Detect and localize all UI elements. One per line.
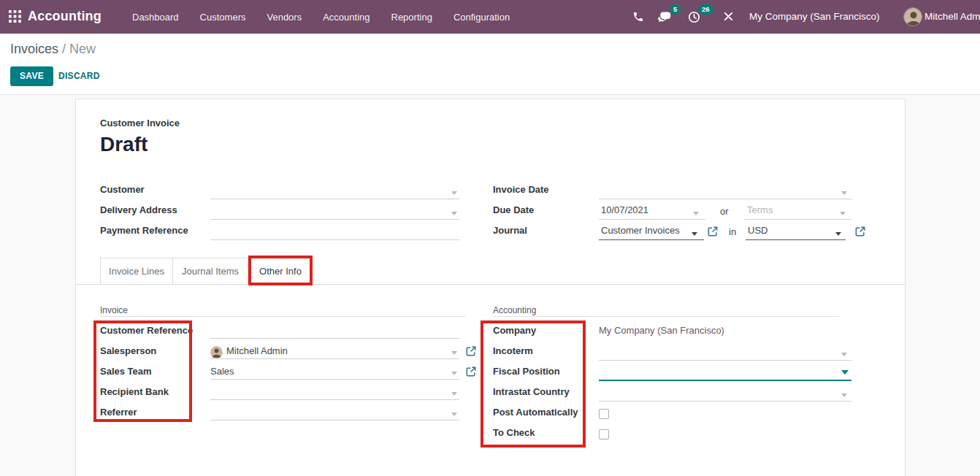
delivery-address-dropdown-caret-icon[interactable] — [451, 212, 457, 215]
delivery-address-label: Delivery Address — [100, 204, 177, 216]
journal-external-link-icon[interactable] — [708, 226, 718, 239]
referrer-caret-icon[interactable] — [451, 412, 457, 416]
journal-caret-icon[interactable] — [692, 232, 697, 236]
fiscal-position-label: Fiscal Position — [493, 366, 560, 377]
company-label: Company — [493, 325, 536, 337]
app-menu: Dashboard Customers Vendors Accounting R… — [132, 0, 510, 34]
save-button[interactable]: SAVE — [10, 66, 53, 86]
salesperson-avatar — [210, 346, 223, 358]
post-automatically-checkbox[interactable] — [599, 409, 609, 419]
document-type-label: Customer Invoice — [100, 118, 180, 128]
payment-terms-placeholder: Terms — [744, 203, 851, 218]
breadcrumb-current: New — [69, 42, 96, 56]
salesperson-caret-icon[interactable] — [451, 351, 457, 355]
sales-team-external-link-icon[interactable] — [466, 366, 476, 380]
invoice-date-input[interactable] — [599, 183, 851, 199]
user-menu[interactable]: Mitchell Admin — [925, 11, 980, 22]
invoice-group-rule — [100, 316, 466, 317]
payment-terms-input[interactable]: Terms — [744, 203, 851, 220]
breadcrumb-invoices-link[interactable]: Invoices — [10, 42, 58, 56]
menu-reporting[interactable]: Reporting — [391, 12, 432, 23]
due-date-value: 10/07/2021 — [599, 203, 705, 218]
menu-accounting[interactable]: Accounting — [323, 12, 370, 23]
company-value-link[interactable]: My Company (San Francisco) — [599, 323, 724, 338]
salesperson-label: Salesperson — [100, 345, 156, 357]
phone-icon[interactable] — [632, 11, 644, 26]
menu-vendors[interactable]: Vendors — [267, 12, 302, 23]
payment-reference-input[interactable] — [210, 223, 459, 240]
tab-other-info[interactable]: Other Info — [250, 258, 310, 285]
in-connector: in — [729, 226, 736, 237]
salesperson-value: Mitchell Admin — [226, 344, 288, 358]
due-date-caret-icon[interactable] — [693, 212, 699, 215]
delivery-address-input[interactable] — [210, 203, 459, 220]
accounting-group-title: Accounting — [493, 305, 536, 315]
due-date-label: Due Date — [493, 204, 534, 216]
tab-invoice-lines[interactable]: Invoice Lines — [100, 258, 173, 285]
salesperson-external-link-icon[interactable] — [466, 346, 476, 359]
discard-button[interactable]: DISCARD — [51, 66, 107, 86]
recipient-bank-caret-icon[interactable] — [451, 392, 457, 396]
tab-journal-items[interactable]: Journal Items — [172, 258, 248, 285]
currency-select[interactable]: USD — [746, 223, 846, 240]
activities-clock-icon[interactable] — [688, 11, 700, 26]
payment-reference-label: Payment Reference — [100, 225, 188, 237]
sales-team-value: Sales — [210, 364, 234, 379]
currency-caret-icon[interactable] — [835, 232, 841, 236]
top-navbar: Accounting Dashboard Customers Vendors A… — [0, 0, 980, 34]
journal-value: Customer Invoices — [599, 223, 704, 238]
customer-dropdown-caret-icon[interactable] — [451, 191, 457, 195]
tools-icon[interactable] — [723, 11, 734, 25]
referrer-input[interactable] — [210, 404, 459, 421]
journal-select[interactable]: Customer Invoices — [599, 223, 704, 240]
messages-icon[interactable] — [657, 11, 671, 26]
customer-label: Customer — [100, 184, 145, 196]
menu-customers[interactable]: Customers — [200, 12, 246, 23]
invoice-date-label: Invoice Date — [493, 184, 549, 196]
due-date-input[interactable]: 10/07/2021 — [599, 203, 705, 220]
invoice-state-heading: Draft — [100, 133, 148, 156]
sales-team-input[interactable] — [210, 363, 459, 380]
incoterm-caret-icon[interactable] — [841, 353, 847, 356]
menu-dashboard[interactable]: Dashboard — [132, 12, 179, 23]
fiscal-position-caret-icon[interactable] — [841, 370, 849, 375]
menu-configuration[interactable]: Configuration — [453, 12, 510, 23]
post-automatically-label: Post Automatically — [493, 407, 578, 418]
journal-label: Journal — [493, 225, 527, 237]
invoice-group-title: Invoice — [100, 305, 128, 315]
recipient-bank-input[interactable] — [210, 383, 459, 400]
recipient-bank-label: Recipient Bank — [100, 386, 169, 398]
intrastat-country-caret-icon[interactable] — [841, 394, 847, 397]
payment-terms-caret-icon[interactable] — [840, 212, 846, 215]
accounting-group-rule — [493, 316, 839, 317]
activities-badge: 26 — [698, 4, 713, 15]
to-check-label: To Check — [493, 427, 535, 439]
customer-reference-input[interactable] — [210, 322, 459, 339]
currency-value: USD — [746, 223, 846, 238]
invoice-date-caret-icon[interactable] — [841, 191, 847, 195]
sales-team-caret-icon[interactable] — [451, 372, 457, 375]
user-avatar[interactable] — [903, 7, 922, 26]
intrastat-country-input[interactable] — [599, 385, 851, 402]
to-check-checkbox[interactable] — [599, 429, 609, 439]
intrastat-country-label: Intrastat Country — [493, 386, 570, 398]
breadcrumb-separator: / — [62, 42, 66, 56]
breadcrumb: Invoices / New — [10, 42, 96, 57]
invoice-form-sheet: Customer Invoice Draft Customer Delivery… — [75, 99, 906, 476]
odoo-accounting-screen: Accounting Dashboard Customers Vendors A… — [0, 0, 980, 476]
or-connector: or — [720, 206, 729, 217]
customer-input[interactable] — [210, 183, 459, 199]
app-name[interactable]: Accounting — [28, 9, 102, 24]
fiscal-position-input-focused[interactable] — [599, 363, 851, 381]
apps-grid-icon[interactable] — [9, 10, 21, 26]
currency-external-link-icon[interactable] — [855, 226, 865, 239]
sales-team-label: Sales Team — [100, 366, 152, 377]
messages-badge: 5 — [670, 4, 681, 15]
company-switcher[interactable]: My Company (San Francisco) — [749, 11, 880, 22]
referrer-label: Referrer — [100, 407, 137, 418]
incoterm-label: Incoterm — [493, 345, 533, 357]
incoterm-input[interactable] — [599, 344, 851, 361]
customer-reference-label: Customer Reference — [100, 325, 193, 337]
